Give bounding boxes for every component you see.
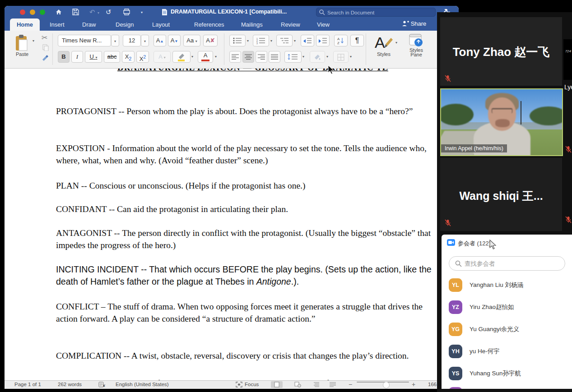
undo-caret-icon[interactable]: ▾ [98,11,99,15]
paste-button[interactable]: Paste [14,34,30,57]
paragraph-marks-button[interactable]: ¶ [350,35,364,46]
bullet-list-caret-icon[interactable]: ▾ [247,39,249,43]
underline-button[interactable]: U ▾ [85,51,102,63]
decrease-indent-button[interactable] [301,35,314,46]
page-indicator[interactable]: Page 1 of 1 [14,382,41,387]
bullet-list-button[interactable] [229,35,246,46]
align-left-button[interactable] [229,51,241,63]
svg-text:✘: ✘ [102,384,105,387]
increase-indent-button[interactable] [316,35,330,46]
word-count[interactable]: 262 words [58,382,82,387]
undo-icon[interactable]: ↶ [89,8,95,16]
search-in-document-input[interactable] [316,8,436,17]
mouse-cursor [328,65,335,75]
participant-row[interactable]: YG Yu Guangyi余光义 [449,323,566,341]
styles-button[interactable]: A Styles [374,33,394,57]
font-name-select[interactable]: Times New R... [58,35,111,46]
line-spacing-button[interactable] [284,51,302,63]
tab-references[interactable]: References [194,18,224,31]
participant-row[interactable]: YH yu He-何宇 [449,345,566,363]
zoom-slider-thumb[interactable] [383,382,390,388]
draft-view-button[interactable] [327,381,339,388]
web-layout-view-button[interactable] [292,381,303,388]
font-name-caret[interactable]: ▾ [111,35,119,46]
align-right-button[interactable] [256,51,267,63]
print-icon[interactable] [123,9,130,15]
format-painter-icon[interactable] [42,54,49,61]
copy-icon[interactable] [42,44,49,51]
focus-icon[interactable] [236,382,242,387]
numbered-list-caret-icon[interactable]: ▾ [270,39,272,43]
clear-formatting-button[interactable]: A✘ [203,35,218,46]
video-tile-wang-shiqi[interactable]: Wang shiqi 王... [440,158,562,231]
shading-caret-icon[interactable]: ▾ [326,55,328,59]
highlight-caret-icon[interactable]: ▾ [191,55,193,59]
italic-button[interactable]: I [71,51,83,63]
tab-mailings[interactable]: Mailings [241,18,263,31]
borders-button[interactable] [333,51,349,63]
participant-row-partial[interactable] [449,387,566,389]
numbered-list-button[interactable]: 123 [253,35,269,46]
close-traffic-light[interactable] [20,9,25,15]
outline-view-button[interactable] [311,381,322,388]
grow-font-button[interactable]: A▲ [153,35,166,46]
language-indicator[interactable]: English (United States) [116,382,169,387]
highlight-button[interactable] [172,51,191,63]
video-tile-tony-zhao[interactable]: Tony Zhao 赵一飞 [440,17,562,86]
tab-review[interactable]: Review [281,18,300,31]
zoom-slider-track[interactable] [357,382,409,383]
tab-insert[interactable]: Insert [50,18,65,31]
tab-design[interactable]: Design [116,18,134,31]
bold-button[interactable]: B [58,51,70,63]
multilevel-list-button[interactable] [276,35,293,46]
save-icon[interactable] [72,9,79,15]
redo-icon[interactable]: ↺ [106,8,112,16]
participants-search-input[interactable] [449,256,565,271]
justify-button[interactable] [269,51,280,63]
partial-video-tile[interactable]: 724 [563,39,572,80]
styles-label: Styles [374,51,394,57]
zoom-in-button[interactable]: + [412,381,415,388]
multilevel-list-caret-icon[interactable]: ▾ [294,39,296,43]
participant-row[interactable]: YZ Yiru Zhao赵怡如 [449,300,566,318]
paste-caret-icon[interactable]: ▾ [33,39,34,43]
styles-caret-icon[interactable]: ▾ [395,41,397,45]
styles-pane-button[interactable]: StylesPane [405,33,428,57]
zoom-percentage[interactable]: 166 [428,382,437,387]
tab-draw[interactable]: Draw [82,18,96,31]
strikethrough-button[interactable]: abc [104,51,120,63]
tab-layout[interactable]: Layout [152,18,170,31]
cut-icon[interactable]: ✂ [42,33,47,42]
shrink-font-button[interactable]: A▼ [168,35,181,46]
font-size-caret[interactable]: ▾ [141,35,149,46]
tab-view[interactable]: View [317,18,330,31]
video-tile-irwin-appel[interactable]: Irwin Appel (he/him/his) [440,88,563,156]
borders-caret-icon[interactable]: ▾ [350,55,352,59]
align-center-button[interactable] [242,51,254,63]
share-button[interactable]: Share [402,20,426,27]
superscript-button[interactable]: X2 [136,51,149,63]
document-page[interactable]: DRAMATURGIAL LEXICON — GLOSSARY OF DRAMA… [5,69,459,380]
sort-button[interactable]: AZ [334,35,348,46]
focus-label[interactable]: Focus [245,382,259,387]
spellcheck-icon[interactable]: ✘ [98,382,105,387]
participant-row[interactable]: YS Yuhang Sun孙宇航 [449,367,566,385]
shading-button[interactable] [310,51,325,63]
font-size-select[interactable]: 12 [123,35,141,46]
subscript-button[interactable]: X2 [122,51,135,63]
line-spacing-caret-icon[interactable]: ▾ [302,55,304,59]
font-color-button[interactable]: A [198,51,213,63]
tab-home[interactable]: Home [10,18,40,31]
maximize-traffic-light[interactable] [40,9,45,15]
toolbar-options-caret-icon[interactable]: ▾ [141,10,143,14]
font-color-caret-icon[interactable]: ▾ [215,55,217,59]
change-case-button[interactable]: Aa ▾ [183,35,200,46]
zoom-out-button[interactable]: − [349,381,352,388]
muted-mic-icon [565,216,572,223]
participant-row[interactable]: YL Yanghan Liu 刘杨涵 [449,278,566,296]
minimize-traffic-light[interactable] [30,9,35,15]
avatar: YS [449,367,462,380]
home-icon[interactable] [55,9,62,16]
participant-name: Yanghan Liu 刘杨涵 [470,281,523,289]
print-layout-view-button[interactable] [271,381,283,388]
